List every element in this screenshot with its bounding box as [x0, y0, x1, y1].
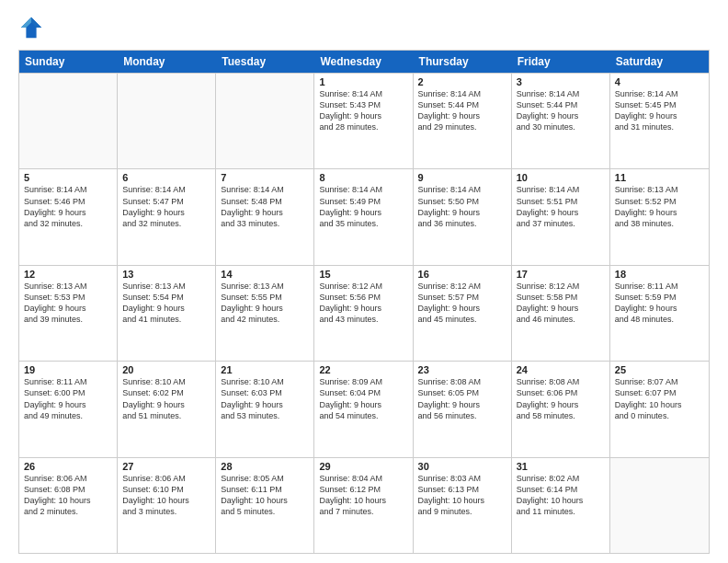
day-number: 22: [319, 364, 407, 375]
day-number: 1: [319, 76, 407, 87]
day-cell-15: 15Sunrise: 8:12 AM Sunset: 5:56 PM Dayli…: [314, 266, 413, 361]
day-cell-7: 7Sunrise: 8:14 AM Sunset: 5:48 PM Daylig…: [216, 169, 314, 264]
day-info: Sunrise: 8:08 AM Sunset: 6:06 PM Dayligh…: [517, 376, 605, 421]
day-number: 6: [122, 172, 210, 183]
day-cell-14: 14Sunrise: 8:13 AM Sunset: 5:55 PM Dayli…: [216, 266, 314, 361]
day-cell-2: 2Sunrise: 8:14 AM Sunset: 5:44 PM Daylig…: [414, 74, 512, 168]
day-cell-19: 19Sunrise: 8:11 AM Sunset: 6:00 PM Dayli…: [19, 362, 118, 456]
weekday-header-friday: Friday: [512, 51, 610, 73]
calendar-row-4: 19Sunrise: 8:11 AM Sunset: 6:00 PM Dayli…: [19, 361, 709, 456]
logo: [18, 15, 48, 40]
day-number: 27: [122, 461, 210, 472]
day-cell-3: 3Sunrise: 8:14 AM Sunset: 5:44 PM Daylig…: [512, 74, 610, 168]
day-cell-10: 10Sunrise: 8:14 AM Sunset: 5:51 PM Dayli…: [512, 169, 610, 264]
day-number: 2: [418, 76, 506, 87]
day-cell-30: 30Sunrise: 8:03 AM Sunset: 6:13 PM Dayli…: [414, 458, 512, 553]
day-info: Sunrise: 8:12 AM Sunset: 5:58 PM Dayligh…: [517, 281, 605, 326]
empty-cell-4-6: [610, 458, 709, 553]
day-cell-17: 17Sunrise: 8:12 AM Sunset: 5:58 PM Dayli…: [512, 266, 610, 361]
day-info: Sunrise: 8:13 AM Sunset: 5:55 PM Dayligh…: [221, 281, 309, 326]
day-number: 30: [418, 461, 506, 472]
day-cell-31: 31Sunrise: 8:02 AM Sunset: 6:14 PM Dayli…: [512, 458, 610, 553]
day-info: Sunrise: 8:14 AM Sunset: 5:43 PM Dayligh…: [319, 88, 407, 133]
day-number: 4: [615, 76, 704, 87]
day-cell-1: 1Sunrise: 8:14 AM Sunset: 5:43 PM Daylig…: [314, 74, 413, 168]
day-cell-29: 29Sunrise: 8:04 AM Sunset: 6:12 PM Dayli…: [314, 458, 413, 553]
day-info: Sunrise: 8:07 AM Sunset: 6:07 PM Dayligh…: [615, 376, 704, 421]
day-number: 13: [122, 269, 210, 280]
day-info: Sunrise: 8:05 AM Sunset: 6:11 PM Dayligh…: [221, 473, 309, 518]
day-cell-18: 18Sunrise: 8:11 AM Sunset: 5:59 PM Dayli…: [610, 266, 709, 361]
calendar-header: SundayMondayTuesdayWednesdayThursdayFrid…: [19, 51, 709, 73]
day-cell-27: 27Sunrise: 8:06 AM Sunset: 6:10 PM Dayli…: [118, 458, 216, 553]
weekday-header-monday: Monday: [118, 51, 216, 73]
day-number: 18: [615, 269, 704, 280]
day-info: Sunrise: 8:14 AM Sunset: 5:48 PM Dayligh…: [221, 184, 309, 229]
day-cell-21: 21Sunrise: 8:10 AM Sunset: 6:03 PM Dayli…: [216, 362, 314, 456]
day-info: Sunrise: 8:09 AM Sunset: 6:04 PM Dayligh…: [319, 376, 407, 421]
day-number: 24: [517, 364, 605, 375]
day-info: Sunrise: 8:14 AM Sunset: 5:44 PM Dayligh…: [418, 88, 506, 133]
day-info: Sunrise: 8:13 AM Sunset: 5:52 PM Dayligh…: [615, 184, 704, 229]
day-number: 29: [319, 461, 407, 472]
day-info: Sunrise: 8:14 AM Sunset: 5:50 PM Dayligh…: [418, 184, 506, 229]
day-number: 8: [319, 172, 407, 183]
header: [18, 15, 710, 40]
day-info: Sunrise: 8:14 AM Sunset: 5:51 PM Dayligh…: [517, 184, 605, 229]
day-cell-12: 12Sunrise: 8:13 AM Sunset: 5:53 PM Dayli…: [19, 266, 118, 361]
day-cell-23: 23Sunrise: 8:08 AM Sunset: 6:05 PM Dayli…: [414, 362, 512, 456]
day-info: Sunrise: 8:12 AM Sunset: 5:57 PM Dayligh…: [418, 281, 506, 326]
day-number: 7: [221, 172, 309, 183]
day-info: Sunrise: 8:11 AM Sunset: 5:59 PM Dayligh…: [615, 281, 704, 326]
day-info: Sunrise: 8:14 AM Sunset: 5:46 PM Dayligh…: [24, 184, 112, 229]
day-number: 11: [615, 172, 704, 183]
day-cell-4: 4Sunrise: 8:14 AM Sunset: 5:45 PM Daylig…: [610, 74, 709, 168]
day-number: 20: [122, 364, 210, 375]
empty-cell-0-1: [118, 74, 216, 168]
day-cell-11: 11Sunrise: 8:13 AM Sunset: 5:52 PM Dayli…: [610, 169, 709, 264]
page: SundayMondayTuesdayWednesdayThursdayFrid…: [0, 0, 728, 563]
weekday-header-thursday: Thursday: [414, 51, 512, 73]
day-info: Sunrise: 8:03 AM Sunset: 6:13 PM Dayligh…: [418, 473, 506, 518]
day-cell-28: 28Sunrise: 8:05 AM Sunset: 6:11 PM Dayli…: [216, 458, 314, 553]
day-cell-26: 26Sunrise: 8:06 AM Sunset: 6:08 PM Dayli…: [19, 458, 118, 553]
day-info: Sunrise: 8:02 AM Sunset: 6:14 PM Dayligh…: [517, 473, 605, 518]
weekday-header-sunday: Sunday: [19, 51, 118, 73]
empty-cell-0-0: [19, 74, 118, 168]
day-info: Sunrise: 8:06 AM Sunset: 6:08 PM Dayligh…: [24, 473, 112, 518]
day-info: Sunrise: 8:13 AM Sunset: 5:53 PM Dayligh…: [24, 281, 112, 326]
day-cell-6: 6Sunrise: 8:14 AM Sunset: 5:47 PM Daylig…: [118, 169, 216, 264]
empty-cell-0-2: [216, 74, 314, 168]
day-info: Sunrise: 8:11 AM Sunset: 6:00 PM Dayligh…: [24, 376, 112, 421]
day-number: 16: [418, 269, 506, 280]
day-cell-13: 13Sunrise: 8:13 AM Sunset: 5:54 PM Dayli…: [118, 266, 216, 361]
calendar-row-2: 5Sunrise: 8:14 AM Sunset: 5:46 PM Daylig…: [19, 168, 709, 264]
day-info: Sunrise: 8:10 AM Sunset: 6:02 PM Dayligh…: [122, 376, 210, 421]
day-info: Sunrise: 8:14 AM Sunset: 5:47 PM Dayligh…: [122, 184, 210, 229]
day-info: Sunrise: 8:08 AM Sunset: 6:05 PM Dayligh…: [418, 376, 506, 421]
calendar-row-5: 26Sunrise: 8:06 AM Sunset: 6:08 PM Dayli…: [19, 457, 709, 553]
weekday-header-tuesday: Tuesday: [216, 51, 314, 73]
day-number: 25: [615, 364, 704, 375]
day-info: Sunrise: 8:04 AM Sunset: 6:12 PM Dayligh…: [319, 473, 407, 518]
day-number: 9: [418, 172, 506, 183]
day-cell-24: 24Sunrise: 8:08 AM Sunset: 6:06 PM Dayli…: [512, 362, 610, 456]
calendar-body: 1Sunrise: 8:14 AM Sunset: 5:43 PM Daylig…: [19, 73, 709, 553]
day-info: Sunrise: 8:14 AM Sunset: 5:45 PM Dayligh…: [615, 88, 704, 133]
day-number: 17: [517, 269, 605, 280]
weekday-header-wednesday: Wednesday: [314, 51, 413, 73]
day-number: 28: [221, 461, 309, 472]
calendar: SundayMondayTuesdayWednesdayThursdayFrid…: [18, 50, 710, 554]
calendar-row-1: 1Sunrise: 8:14 AM Sunset: 5:43 PM Daylig…: [19, 73, 709, 168]
logo-icon: [18, 15, 44, 40]
day-info: Sunrise: 8:14 AM Sunset: 5:49 PM Dayligh…: [319, 184, 407, 229]
day-info: Sunrise: 8:13 AM Sunset: 5:54 PM Dayligh…: [122, 281, 210, 326]
day-number: 12: [24, 269, 112, 280]
day-cell-16: 16Sunrise: 8:12 AM Sunset: 5:57 PM Dayli…: [414, 266, 512, 361]
day-cell-8: 8Sunrise: 8:14 AM Sunset: 5:49 PM Daylig…: [314, 169, 413, 264]
day-number: 14: [221, 269, 309, 280]
day-cell-9: 9Sunrise: 8:14 AM Sunset: 5:50 PM Daylig…: [414, 169, 512, 264]
day-info: Sunrise: 8:12 AM Sunset: 5:56 PM Dayligh…: [319, 281, 407, 326]
day-cell-25: 25Sunrise: 8:07 AM Sunset: 6:07 PM Dayli…: [610, 362, 709, 456]
day-cell-5: 5Sunrise: 8:14 AM Sunset: 5:46 PM Daylig…: [19, 169, 118, 264]
